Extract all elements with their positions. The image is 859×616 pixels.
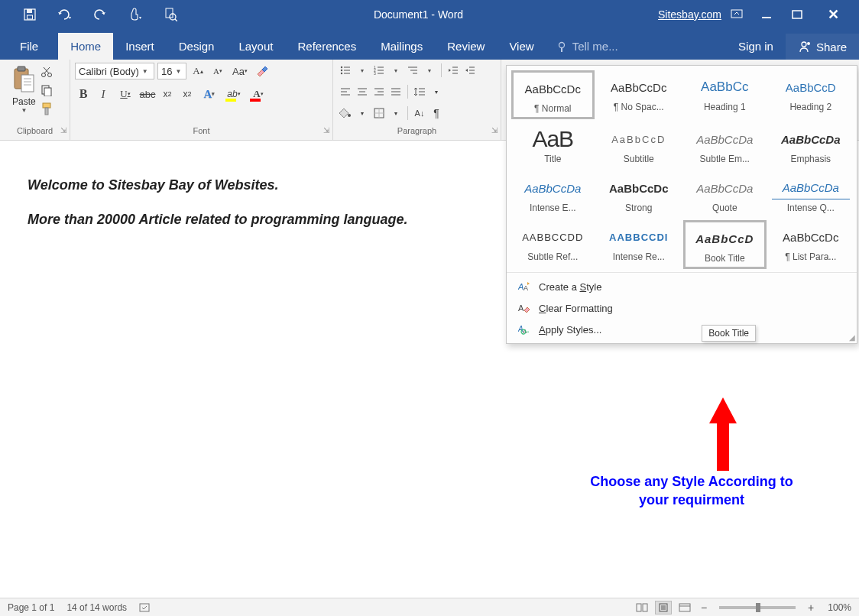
font-color-button[interactable]: A▾ [248,86,269,102]
resize-grip-icon[interactable]: ◢ [849,333,855,342]
touch-mode-icon[interactable] [127,6,144,23]
highlight-button[interactable]: ab▾ [223,86,245,102]
line-spacing-icon[interactable] [412,84,427,99]
style--normal[interactable]: AaBbCcDc¶ Normal [511,70,595,119]
save-icon[interactable] [21,6,38,23]
subscript-button[interactable]: x2 [159,86,176,102]
cut-icon[interactable] [41,66,56,79]
multilevel-list-icon[interactable] [405,63,420,78]
apply-styles-icon: AA [517,323,531,336]
style-intense-q-[interactable]: AaBbCcDaIntense Q... [770,171,853,217]
style-title[interactable]: AaBTitle [511,122,595,168]
style-quote[interactable]: AaBbCcDaQuote [683,171,767,217]
chevron-down-icon[interactable]: ▼ [422,63,437,78]
zoom-out-button[interactable]: − [698,601,710,614]
change-case-icon[interactable]: Aa▾ [229,63,251,79]
clear-formatting-icon[interactable] [254,63,271,79]
text-effects-button[interactable]: A▾ [199,86,220,102]
chevron-down-icon[interactable]: ▼ [388,105,404,121]
decrease-indent-icon[interactable] [446,63,461,78]
borders-icon[interactable] [371,105,387,121]
format-painter-icon[interactable] [41,102,56,116]
style-heading-2[interactable]: AaBbCcDHeading 2 [770,70,853,119]
tab-insert[interactable]: Insert [113,33,167,60]
tab-review[interactable]: Review [435,33,497,60]
tab-file[interactable]: File [0,33,58,60]
align-left-icon[interactable] [338,84,353,99]
tab-view[interactable]: View [497,33,546,60]
svg-rect-2 [28,15,33,19]
style-book-title[interactable]: AaBbCcDBook Title [683,220,767,269]
svg-rect-25 [43,103,50,108]
chevron-down-icon[interactable]: ▼ [388,63,404,78]
svg-point-63 [348,114,351,117]
style--no-spac-[interactable]: AaBbCcDc¶ No Spac... [598,70,681,119]
proofing-icon[interactable] [139,602,151,613]
site-link[interactable]: Sitesbay.com [658,8,721,21]
apply-styles-menuitem[interactable]: AA Apply Styles... [507,319,857,340]
align-center-icon[interactable] [355,84,370,99]
sort-icon[interactable]: A↓ [412,105,427,121]
zoom-thumb[interactable] [756,603,760,612]
tab-home[interactable]: Home [58,33,113,60]
read-mode-icon[interactable] [634,601,650,614]
tab-mailings[interactable]: Mailings [368,33,435,60]
minimize-icon[interactable] [761,9,783,20]
word-count[interactable]: 14 of 14 words [66,602,127,613]
print-preview-icon[interactable] [162,6,179,23]
share-button[interactable]: Share [786,34,859,60]
zoom-in-button[interactable]: + [805,601,817,614]
strikethrough-button[interactable]: abc [139,86,156,102]
style-subtle-ref-[interactable]: AABBCCDDSubtle Ref... [511,220,595,269]
copy-icon[interactable] [41,84,56,98]
bullets-icon[interactable] [338,63,353,78]
tab-layout[interactable]: Layout [226,33,285,60]
style--list-para-[interactable]: AaBbCcDc¶ List Para... [770,220,853,269]
numbering-icon[interactable]: 123 [371,63,387,78]
chevron-down-icon[interactable]: ▼ [355,105,370,121]
maximize-icon[interactable] [792,9,813,20]
zoom-level[interactable]: 100% [822,602,851,613]
create-style-menuitem[interactable]: AA Create a Style [507,276,857,297]
align-right-icon[interactable] [371,84,387,99]
style-strong[interactable]: AaBbCcDcStrong [598,171,681,217]
tell-me-search[interactable]: Tell me... [546,33,629,60]
underline-button[interactable]: U▾ [115,86,136,102]
svg-point-31 [341,73,342,74]
style-subtitle[interactable]: AaBbCcDSubtitle [598,122,681,168]
style-subtle-em-[interactable]: AaBbCcDaSubtle Em... [683,122,767,168]
chevron-down-icon[interactable]: ▼ [355,63,370,78]
page-indicator[interactable]: Page 1 of 1 [8,602,54,613]
styles-gallery-dropdown: AaBbCcDc¶ NormalAaBbCcDc¶ No Spac...AaBb… [506,65,857,344]
style-heading-1[interactable]: AaBbCcHeading 1 [683,70,767,119]
grow-font-icon[interactable]: A▴ [190,63,206,79]
style-emphasis[interactable]: AaBbCcDaEmphasis [770,122,853,168]
ribbon-options-icon[interactable] [731,9,752,20]
paste-button[interactable]: Paste ▼ [5,63,39,114]
print-layout-icon[interactable] [655,601,672,614]
web-layout-icon[interactable] [676,601,693,614]
zoom-slider[interactable] [719,606,796,609]
superscript-button[interactable]: x2 [179,86,196,102]
chevron-down-icon[interactable]: ▼ [429,84,444,99]
sign-in-button[interactable]: Sign in [726,33,786,60]
bold-button[interactable]: B [75,86,92,102]
tab-references[interactable]: References [285,33,368,60]
style-intense-re-[interactable]: AABBCCDIIntense Re... [598,220,681,269]
shading-icon[interactable] [338,105,353,121]
italic-button[interactable]: I [95,86,112,102]
font-size-combo[interactable]: 16 ▼ [157,63,186,79]
style-intense-e-[interactable]: AaBbCcDaIntense E... [511,171,595,217]
clear-formatting-menuitem[interactable]: A Clear Formatting [507,297,857,319]
style-preview: AaBbCcDa [514,177,592,199]
svg-rect-8 [793,11,802,18]
redo-icon[interactable] [92,6,109,23]
show-marks-icon[interactable]: ¶ [429,105,444,121]
increase-indent-icon[interactable] [462,63,478,78]
undo-icon[interactable] [57,6,73,23]
shrink-font-icon[interactable]: A▾ [209,63,226,79]
justify-icon[interactable] [388,84,404,99]
tab-design[interactable]: Design [167,33,227,60]
close-icon[interactable]: ✕ [822,6,844,23]
font-name-combo[interactable]: Calibri (Body) ▼ [75,63,154,79]
